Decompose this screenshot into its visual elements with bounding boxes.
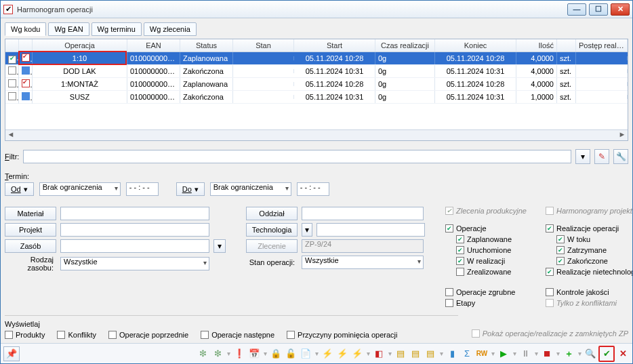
grid-hscroll[interactable]: ◄ ► [5,129,628,140]
filter-edit-button[interactable]: ✎ [594,149,609,164]
calendar-icon[interactable]: 📅 [247,347,261,361]
ok-button[interactable]: ✔ [598,346,615,362]
projekt-button[interactable]: Projekt [5,223,56,237]
chk-zrealizowane[interactable] [456,268,464,276]
scroll-left-icon[interactable]: ◄ [5,130,16,141]
zoom-icon[interactable]: 🔍 [584,347,597,361]
chk-kontrole[interactable] [546,288,554,296]
minimize-button[interactable]: — [567,3,586,16]
plus-icon[interactable]: ＋ [562,347,575,361]
close-button[interactable]: ✕ [611,3,630,16]
chk-wtoku[interactable] [556,235,565,243]
pin-button[interactable]: 📌 [3,346,20,361]
alert-icon[interactable]: ❗ [232,347,246,361]
bolt2-icon[interactable]: ⚡ [335,347,349,361]
chk-op-poprzednie[interactable] [108,331,117,339]
material-button[interactable]: Materiał [5,207,56,220]
col-ean[interactable]: EAN [127,39,180,52]
stan-operacji-combo[interactable]: Wszystkie [302,256,424,269]
tab-wg-kodu[interactable]: Wg kodu [5,22,46,36]
cancel-button[interactable]: ✕ [616,347,630,361]
mid-panel: Materiał Projekt Zasób ▾ Rodzaj zasobu: … [5,207,628,307]
col-koniec[interactable]: Koniec [435,39,516,52]
filter-wrench-button[interactable]: 🔧 [613,149,628,164]
chk-real-niet[interactable] [546,268,554,276]
col-status[interactable]: Status [180,39,233,52]
col-jm[interactable] [557,39,576,52]
oddzial-input[interactable] [302,207,424,220]
termin-do-time[interactable]: - - : - - [297,182,329,196]
tree-expand-icon[interactable]: ❇ [211,347,224,361]
col-operacja[interactable]: Operacja [33,39,127,52]
tab-wg-ean[interactable]: Wg EAN [48,22,89,36]
row-checkbox[interactable] [8,66,16,75]
tab-wg-terminu[interactable]: Wg terminu [91,22,142,36]
play-icon[interactable]: ▶ [497,347,510,361]
red-flag-icon[interactable]: ◧ [372,347,386,361]
filter-dropdown-button[interactable]: ▾ [575,149,590,164]
oddzial-button[interactable]: Oddział [246,207,298,220]
chk-op-nastepne[interactable] [201,331,209,339]
col-postep[interactable]: Postęp realiza [576,39,628,52]
pause-icon[interactable]: ⏸ [518,347,532,361]
rodzaj-zasobu-combo[interactable]: Wszystkie [60,257,209,270]
grid-body[interactable]: 1:10010000000016Zaplanowana05.11.2024 10… [5,52,628,129]
tree-collapse-icon[interactable]: ❇ [196,347,209,361]
chk-zaplanowane[interactable] [456,235,464,243]
chk-operacje[interactable] [445,224,453,232]
chk-wrealizacji[interactable] [456,257,464,265]
table-row[interactable]: 1:10010000000016Zaplanowana05.11.2024 10… [5,52,628,65]
list1-icon[interactable]: ▤ [394,347,407,361]
col-check[interactable] [5,39,19,52]
col-flag[interactable] [19,39,33,52]
chk-real-op[interactable] [546,224,554,232]
zasob-button[interactable]: Zasób [5,239,56,253]
chk-op-zgrubne[interactable] [445,288,453,296]
table-row[interactable]: DOD LAK010000000020Zakończona05.11.2024 … [5,65,628,78]
row-checkbox[interactable] [8,56,16,64]
chk-etapy[interactable] [445,299,453,307]
chk-konflikty[interactable] [57,331,65,339]
technologia-dropdown-icon[interactable]: ▾ [302,223,312,237]
material-input[interactable] [60,207,209,220]
rw-icon[interactable]: RW [475,347,489,361]
bolt1-icon[interactable]: ⚡ [321,347,334,361]
termin-od-button[interactable]: Od▾ [5,182,34,196]
chk-produkty[interactable] [5,331,13,339]
sigma-icon[interactable]: Σ [460,347,474,361]
projekt-input[interactable] [60,223,209,237]
unlock-icon[interactable]: 🔓 [284,347,298,361]
col-start[interactable]: Start [294,39,375,52]
col-ilosc[interactable]: Ilość [516,39,557,52]
table-row[interactable]: 1:MONTAŻ010000000017Zaplanowana05.11.202… [5,78,628,91]
chk-zatrzymane[interactable] [556,246,565,254]
technologia-input[interactable] [316,223,425,237]
list3-icon[interactable]: ▤ [424,347,437,361]
chk-zakonczone[interactable] [556,257,565,265]
row-checkbox[interactable] [8,92,16,100]
termin-do-combo[interactable]: Brak ograniczenia [210,182,291,196]
termin-od-combo[interactable]: Brak ograniczenia [39,182,121,196]
filter-input[interactable] [23,150,571,163]
table-row[interactable]: SUSZ010000000021Zakończona05.11.2024 10:… [5,91,628,104]
tab-wg-zlecenia[interactable]: Wg zlecenia [144,22,197,36]
page-icon[interactable]: ▮ [445,347,459,361]
list2-icon[interactable]: ▤ [409,347,422,361]
zasob-dropdown-icon[interactable]: ▾ [213,239,226,253]
doc-icon[interactable]: 📄 [299,347,312,361]
scroll-right-icon[interactable]: ► [617,130,628,141]
row-checkbox[interactable] [8,79,16,87]
lock-icon[interactable]: 🔒 [269,347,283,361]
zasob-input[interactable] [60,239,209,253]
col-czas[interactable]: Czas realizacji [375,39,435,52]
termin-do-button[interactable]: Do▾ [176,182,205,196]
bolt3-icon[interactable]: ⚡ [350,347,364,361]
col-stan[interactable]: Stan [233,39,294,52]
termin-od-time[interactable]: - - : - - [126,182,159,196]
technologia-button[interactable]: Technologia [246,223,298,237]
maximize-button[interactable]: ☐ [589,3,608,16]
stop-icon[interactable]: ⏹ [540,347,554,361]
chk-pokaz-zamk [472,329,480,338]
chk-przyczyny[interactable] [287,331,295,339]
chk-uruchomione[interactable] [456,246,464,254]
